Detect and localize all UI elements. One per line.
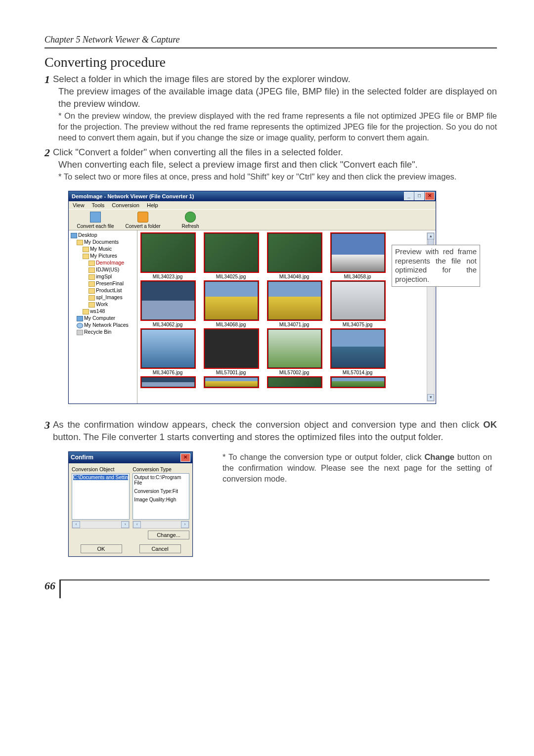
tree-node-label: Work [96, 301, 108, 307]
thumbnail-filename: MIL34025.jpg [205, 274, 257, 279]
cancel-button[interactable]: Cancel [139, 544, 181, 553]
thumb-cut-1[interactable] [141, 377, 194, 389]
confirm-titlebar[interactable]: Confirm ✕ [69, 452, 192, 463]
tree-node-label: spl_Images [96, 294, 123, 300]
tree-node[interactable]: spl_Images [69, 294, 137, 301]
thumbnail-filename: MIL34075.jpg [331, 322, 384, 327]
tree-node[interactable]: imgSpl [69, 273, 137, 280]
thumbnail[interactable]: MIL57014.jpg [331, 329, 384, 375]
thumbnail-image [205, 329, 258, 368]
thumbnail-filename: MIL57001.jpg [205, 370, 257, 375]
thumbnail[interactable]: MIL34062.jpg [141, 281, 194, 327]
thumbnail[interactable]: MIL34076.jpg [141, 329, 194, 375]
thumb-row-cut [141, 377, 432, 389]
tree-node[interactable]: PresenFinal [69, 280, 137, 287]
tree-node[interactable]: DemoImage [69, 259, 137, 266]
recycle-bin-icon [77, 330, 83, 335]
tree-node[interactable]: Work [69, 301, 137, 308]
thumb-row: MIL34062.jpgMIL34068.jpgMIL34071.jpgMIL3… [141, 281, 432, 327]
thumb-cut-2[interactable] [205, 377, 257, 389]
thumbnail-filename: MIL34023.jpg [141, 274, 194, 279]
folder-icon [89, 288, 95, 294]
conversion-object-value: C:\Documents and Settin [73, 475, 128, 480]
menu-conversion[interactable]: Conversion [112, 202, 139, 208]
folder-icon [89, 295, 95, 301]
conversion-object-box[interactable]: C:\Documents and Settin [72, 473, 130, 520]
thumbnail-image [141, 329, 195, 368]
tree-node[interactable]: Desktop [69, 231, 137, 238]
thumbnail-image [268, 281, 321, 320]
thumbnail-image [268, 233, 321, 272]
step-2-intro: Click "Convert a folder" when converting… [53, 146, 497, 159]
ok-bold: OK [483, 419, 497, 430]
titlebar-text: DemoImage - Network Viewer (File Convert… [72, 193, 194, 199]
step-3-note: * To change the conversion type or outpu… [222, 451, 492, 485]
thumbnail[interactable]: MIL34048.jpg [268, 233, 320, 279]
thumbnail[interactable]: MIL34023.jpg [141, 233, 194, 279]
tool-refresh[interactable]: Refresh [167, 212, 214, 229]
conversion-type-box[interactable]: Output to:C:\Program File Conversion Typ… [133, 473, 189, 520]
tree-node-label: My Documents [84, 239, 119, 245]
minimize-button[interactable]: _ [404, 192, 414, 200]
type-hscroll[interactable]: ‹› [133, 521, 189, 529]
folder-tree[interactable]: DesktopMy DocumentsMy MusicMy PicturesDe… [69, 230, 137, 403]
change-button[interactable]: Change... [148, 531, 189, 539]
tool-label: Convert each file [72, 223, 119, 229]
thumb-cut-3[interactable] [268, 377, 320, 389]
thumbnail-image [331, 281, 385, 320]
close-button[interactable]: ✕ [425, 192, 435, 200]
tree-node-label: My Network Places [84, 322, 129, 328]
confirm-dialog: Confirm ✕ Conversion Object C:\Documents… [68, 451, 193, 557]
tree-node[interactable]: My Pictures [69, 252, 137, 259]
ok-button[interactable]: OK [81, 544, 122, 553]
tree-node[interactable]: IDJW(US) [69, 266, 137, 273]
tree-node[interactable]: ProductList [69, 287, 137, 294]
network-icon [77, 323, 83, 328]
folder-icon [89, 302, 95, 308]
step-1-note: * On the preview window, the preview dis… [58, 110, 497, 143]
step-1-intro: Select a folder in which the image files… [53, 73, 497, 86]
conversion-object-label: Conversion Object [72, 466, 130, 472]
thumb-cut-4[interactable] [331, 377, 384, 389]
menu-view[interactable]: View [73, 202, 85, 208]
thumbnail[interactable]: MIL57001.jpg [205, 329, 257, 375]
menu-tools[interactable]: Tools [92, 202, 105, 208]
tree-node[interactable]: Recycle Bin [69, 328, 137, 335]
scroll-down-button[interactable]: ▾ [427, 394, 434, 401]
step-3-note-pre: * To change the conversion type or outpu… [222, 452, 424, 461]
obj-hscroll[interactable]: ‹› [72, 521, 130, 529]
thumbnail[interactable]: MIL34068.jpg [205, 281, 257, 327]
thumbnail[interactable]: MIL34071.jpg [268, 281, 320, 327]
tool-convert-each-file[interactable]: Convert each file [72, 212, 119, 229]
type-output: Output to:C:\Program File [134, 475, 188, 486]
tool-convert-a-folder[interactable]: Convert a folder [119, 212, 167, 229]
thumbnail-filename: MIL34071.jpg [268, 322, 320, 327]
thumbnail-filename: MIL34058.jp [331, 274, 384, 279]
tree-node-label: My Computer [84, 315, 115, 321]
tree-node[interactable]: My Music [69, 245, 137, 252]
tree-node-label: Desktop [78, 232, 97, 238]
thumbnail[interactable]: MIL34025.jpg [205, 233, 257, 279]
folder-icon [83, 254, 89, 259]
folder-icon [89, 274, 95, 280]
thumbnail[interactable]: MIL34075.jpg [331, 281, 384, 327]
tree-node[interactable]: My Documents [69, 238, 137, 245]
callout-red-frame: Preview with red frame represents the fi… [392, 245, 480, 287]
tree-node[interactable]: My Computer [69, 314, 137, 321]
thumbnail-image [268, 329, 321, 368]
thumbnail[interactable]: MIL57002.jpg [268, 329, 320, 375]
file-converter-window: DemoImage - Network Viewer (File Convert… [68, 191, 436, 404]
maximize-button[interactable]: □ [414, 192, 424, 200]
thumbnail-image [205, 233, 258, 272]
menu-help[interactable]: Help [147, 202, 158, 208]
titlebar[interactable]: DemoImage - Network Viewer (File Convert… [69, 191, 436, 201]
thumbnail[interactable]: MIL34058.jp [331, 233, 384, 279]
thumbnail-filename: MIL34068.jpg [205, 322, 257, 327]
tree-node[interactable]: ws148 [69, 308, 137, 314]
computer-icon [71, 233, 77, 238]
type-conv: Conversion Type:Fit [134, 489, 188, 494]
tree-node[interactable]: My Network Places [69, 321, 137, 328]
thumbnail-filename: MIL57014.jpg [331, 370, 384, 375]
thumbnail-panel[interactable]: MIL34023.jpgMIL34025.jpgMIL34048.jpgMIL3… [137, 230, 436, 403]
confirm-close-button[interactable]: ✕ [180, 453, 190, 462]
